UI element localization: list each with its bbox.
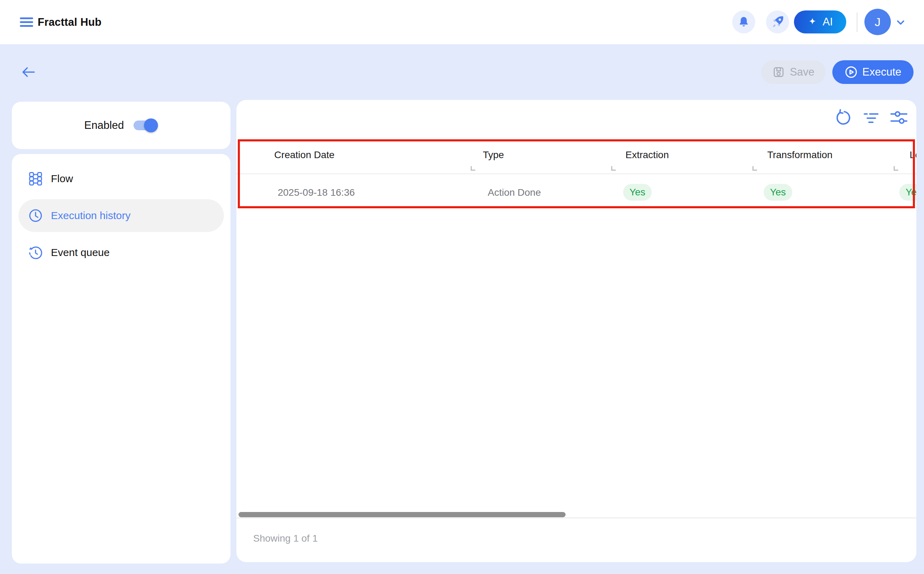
row-divider xyxy=(236,207,916,208)
cell-creation-date: 2025-09-18 16:36 xyxy=(278,187,354,198)
column-header-type[interactable]: Type xyxy=(483,150,504,161)
results-count: Showing 1 of 1 xyxy=(253,533,318,544)
sidebar-item-execution-history[interactable]: Execution history xyxy=(19,199,224,232)
play-circle-icon xyxy=(845,65,858,79)
avatar-initial: J xyxy=(875,15,881,29)
sparkle-icon xyxy=(807,17,818,27)
column-header-load[interactable]: Load xyxy=(910,150,916,161)
user-avatar[interactable]: J xyxy=(864,9,891,35)
status-badge-extraction: Yes xyxy=(623,184,652,200)
notifications-button[interactable] xyxy=(732,11,755,33)
sidebar-item-label: Event queue xyxy=(51,247,109,259)
status-badge-load: Yes xyxy=(899,184,916,200)
enabled-toggle[interactable] xyxy=(133,118,158,132)
horizontal-scrollbar-thumb[interactable] xyxy=(239,512,566,517)
refresh-button[interactable] xyxy=(834,109,852,127)
column-resize-handle[interactable] xyxy=(752,166,757,171)
cell-type: Action Done xyxy=(488,187,541,198)
sidebar-item-label: Execution history xyxy=(51,210,130,222)
menu-icon[interactable] xyxy=(18,14,36,30)
column-settings-button[interactable] xyxy=(890,109,908,127)
horizontal-scrollbar-track xyxy=(236,517,916,518)
toggle-knob xyxy=(144,118,158,132)
save-button[interactable]: Save xyxy=(761,60,826,84)
sliders-icon xyxy=(890,109,908,127)
sidebar-item-event-queue[interactable]: Event queue xyxy=(19,236,224,269)
chevron-down-icon[interactable] xyxy=(895,16,907,28)
floppy-disk-icon xyxy=(772,66,785,78)
column-header-creation-date[interactable]: Creation Date xyxy=(274,150,335,161)
sidebar-menu: Flow Execution history xyxy=(12,154,231,563)
save-button-label: Save xyxy=(790,66,815,78)
enabled-label: Enabled xyxy=(84,119,124,132)
workflow-icon xyxy=(28,171,43,186)
app: Fracttal Hub xyxy=(0,0,924,574)
launcher-button[interactable] xyxy=(766,11,789,33)
ai-button[interactable]: AI xyxy=(794,11,846,33)
clock-icon xyxy=(28,208,43,223)
execution-history-panel: Creation Date Type Extraction Transforma… xyxy=(236,100,916,562)
column-resize-handle[interactable] xyxy=(894,166,898,171)
header-divider xyxy=(236,173,916,174)
status-badge-transformation: Yes xyxy=(764,184,792,200)
back-button[interactable] xyxy=(19,64,36,80)
rotate-left-icon xyxy=(834,109,852,127)
sidebar-item-flow[interactable]: Flow xyxy=(19,162,224,195)
filter-lines-icon xyxy=(862,109,880,127)
column-resize-handle[interactable] xyxy=(471,166,475,171)
history-clock-icon xyxy=(28,245,43,260)
column-header-transformation[interactable]: Transformation xyxy=(767,150,832,161)
execute-button-label: Execute xyxy=(862,66,901,78)
column-header-extraction[interactable]: Extraction xyxy=(625,150,669,161)
column-resize-handle[interactable] xyxy=(611,166,616,171)
bell-icon xyxy=(737,15,750,28)
page-content: Save Execute Enabled xyxy=(0,44,924,574)
nav-divider xyxy=(857,13,858,32)
sidebar-item-label: Flow xyxy=(51,173,73,184)
rocket-icon xyxy=(771,15,785,29)
arrow-left-icon xyxy=(19,64,36,80)
app-title: Fracttal Hub xyxy=(38,0,101,44)
filter-button[interactable] xyxy=(862,109,880,127)
enabled-card: Enabled xyxy=(12,102,231,149)
top-navbar: Fracttal Hub xyxy=(0,0,924,44)
ai-button-label: AI xyxy=(823,16,833,28)
execute-button[interactable]: Execute xyxy=(832,60,913,84)
